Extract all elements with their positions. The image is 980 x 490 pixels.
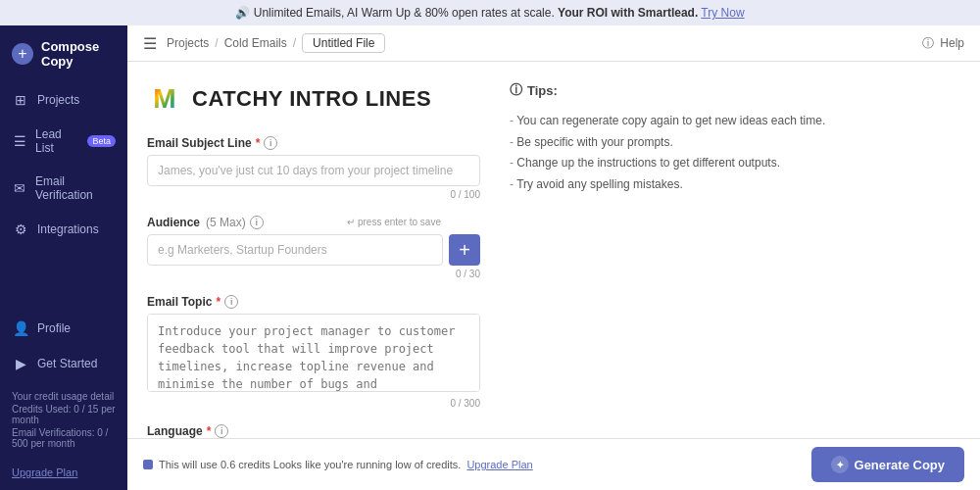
audience-info-icon[interactable]: i <box>250 216 264 229</box>
subject-info-icon[interactable]: i <box>264 136 277 150</box>
sidebar-item-lead-list[interactable]: ☰ Lead List Beta <box>0 118 127 165</box>
page-header: M CATCHY INTRO LINES <box>147 81 480 117</box>
get-started-icon: ▶ <box>12 356 29 371</box>
gmail-icon: M <box>147 81 182 117</box>
beta-badge: Beta <box>87 135 116 147</box>
tips-list: You can regenerate copy again to get new… <box>510 111 853 195</box>
breadcrumb-file[interactable]: Untitled File <box>302 33 385 53</box>
credit-usage: Your credit usage detail Credits Used: 0… <box>0 381 127 461</box>
topic-required: * <box>216 295 220 309</box>
upgrade-link[interactable]: Upgrade Plan <box>466 459 532 470</box>
logo-icon: + <box>12 43 33 65</box>
topic-info-icon[interactable]: i <box>224 295 238 309</box>
lead-list-icon: ☰ <box>12 133 27 149</box>
sidebar-item-label: Integrations <box>37 222 99 236</box>
sidebar-item-profile[interactable]: 👤 Profile <box>0 311 127 346</box>
sidebar-item-label: Lead List <box>35 127 77 155</box>
credit-dot-icon <box>143 460 153 469</box>
tip-item-3: Change up the instructions to get differ… <box>510 153 853 174</box>
sidebar-logo-label: Compose Copy <box>41 39 116 69</box>
gmail-m-letter: M <box>153 83 175 115</box>
breadcrumb: ☰ Projects / Cold Emails / Untitled File… <box>127 25 980 62</box>
language-required: * <box>207 424 212 438</box>
sidebar-item-projects[interactable]: ⊞ Projects <box>0 82 127 118</box>
credit-info: This will use 0.6 credits Looks like you… <box>143 459 533 470</box>
topic-textarea[interactable] <box>147 314 480 392</box>
subject-char-count: 0 / 100 <box>147 189 480 200</box>
add-audience-button[interactable]: + <box>449 234 480 266</box>
tip-item-1: You can regenerate copy again to get new… <box>510 111 853 132</box>
help-icon: ⓘ <box>922 35 934 52</box>
credits-used: Credits Used: 0 / 15 per month <box>12 404 116 425</box>
audience-input[interactable] <box>147 234 443 266</box>
generate-icon: ✦ <box>831 456 849 473</box>
email-verifications: Email Verifications: 0 / 500 per month <box>12 427 116 449</box>
integrations-icon: ⚙ <box>12 221 29 237</box>
upgrade-plan-link[interactable]: Upgrade Plan <box>0 461 127 490</box>
language-group: Language * i English Spanish French Germ… <box>147 424 480 438</box>
sidebar-item-label: Projects <box>37 93 79 107</box>
page-content: M CATCHY INTRO LINES Email Subject Line … <box>127 62 980 438</box>
help-button[interactable]: ⓘ Help <box>922 35 964 52</box>
sidebar-item-integrations[interactable]: ⚙ Integrations <box>0 212 127 247</box>
sidebar-item-email-verification[interactable]: ✉ Email Verification <box>0 165 127 212</box>
language-label: Language * i <box>147 424 480 438</box>
profile-icon: 👤 <box>12 320 29 336</box>
banner-highlight: Your ROI with Smartlead. <box>558 6 698 20</box>
breadcrumb-sep2: / <box>293 36 296 50</box>
email-topic-group: Email Topic * i 0 / 300 <box>147 295 480 409</box>
subject-required: * <box>256 136 261 150</box>
sidebar: + Compose Copy ⊞ Projects ☰ Lead List Be… <box>0 25 127 490</box>
tip-item-2: Be specific with your prompts. <box>510 132 853 154</box>
sidebar-item-get-started[interactable]: ▶ Get Started <box>0 346 127 381</box>
audience-max: (5 Max) <box>206 216 246 229</box>
banner-icon: 🔊 <box>235 6 250 20</box>
topic-label: Email Topic * i <box>147 295 480 309</box>
tip-item-4: Try avoid any spelling mistakes. <box>510 174 853 196</box>
credit-text: This will use 0.6 credits Looks like you… <box>159 459 461 470</box>
subject-line-group: Email Subject Line * i 0 / 100 <box>147 136 480 200</box>
breadcrumb-projects[interactable]: Projects <box>167 36 209 50</box>
content-area: ☰ Projects / Cold Emails / Untitled File… <box>127 25 980 490</box>
generate-button[interactable]: ✦ Generate Copy <box>811 447 964 482</box>
bottom-bar: This will use 0.6 credits Looks like you… <box>127 438 980 490</box>
sidebar-item-label: Email Verification <box>35 174 116 202</box>
help-label: Help <box>940 36 964 50</box>
projects-icon: ⊞ <box>12 92 29 108</box>
menu-icon[interactable]: ☰ <box>143 34 157 53</box>
audience-char-count: 0 / 30 <box>147 269 480 279</box>
credit-usage-label: Your credit usage detail <box>12 391 116 402</box>
tips-panel: ⓘ Tips: You can regenerate copy again to… <box>480 81 853 428</box>
subject-label: Email Subject Line * i <box>147 136 480 150</box>
audience-row: + <box>147 234 480 266</box>
sidebar-item-label: Get Started <box>37 357 97 370</box>
page-title: CATCHY INTRO LINES <box>192 86 431 112</box>
breadcrumb-cold-emails[interactable]: Cold Emails <box>224 36 287 50</box>
email-verification-icon: ✉ <box>12 180 27 196</box>
top-banner: 🔊 Unlimited Emails, AI Warm Up & 80% ope… <box>0 0 980 25</box>
subject-input[interactable] <box>147 155 480 186</box>
banner-cta[interactable]: Try Now <box>701 6 744 20</box>
banner-text: Unlimited Emails, AI Warm Up & 80% open … <box>254 6 555 20</box>
press-enter-hint: ↵ press enter to save <box>347 217 441 227</box>
tips-header: ⓘ Tips: <box>510 81 853 99</box>
audience-group: Audience (5 Max) i ↵ press enter to save… <box>147 216 480 279</box>
form-panel: M CATCHY INTRO LINES Email Subject Line … <box>147 81 480 428</box>
generate-label: Generate Copy <box>855 458 945 472</box>
breadcrumb-sep1: / <box>215 36 218 50</box>
sidebar-logo[interactable]: + Compose Copy <box>0 25 127 82</box>
tips-info-icon: ⓘ <box>510 81 522 99</box>
sidebar-item-label: Profile <box>37 321 71 335</box>
topic-char-count: 0 / 300 <box>147 398 480 409</box>
language-info-icon[interactable]: i <box>215 424 228 438</box>
